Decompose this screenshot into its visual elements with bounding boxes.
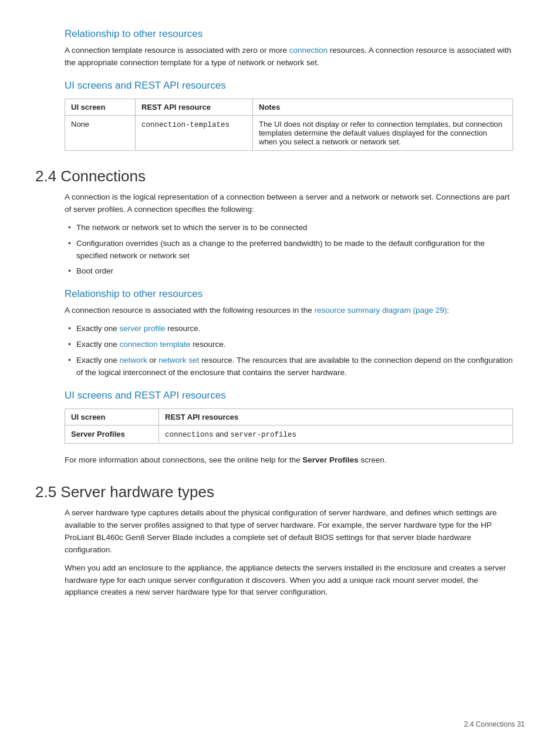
resource-summary-link[interactable]: resource summary diagram (page 29) — [314, 306, 447, 315]
section-25-para1: A server hardware type captures details … — [65, 507, 513, 556]
list-item: Configuration overrides (such as a chang… — [65, 238, 513, 262]
section-24-intro: A connection is the logical representati… — [65, 191, 513, 216]
table2-col1-header: UI screen — [65, 409, 159, 425]
list-item: Boot order — [65, 265, 513, 278]
section-25-para2: When you add an enclosure to the applian… — [65, 562, 513, 599]
table1-row1-col2-mono: connection-templates — [141, 121, 230, 129]
server-profile-link[interactable]: server profile — [120, 324, 166, 333]
ui-rest-table-2: UI screen REST API resources Server Prof… — [65, 409, 513, 444]
table-row: Server Profiles connections and server-p… — [65, 425, 513, 443]
table2-row1-mono2: server-profiles — [230, 431, 296, 439]
section-25-heading: 2.5 Server hardware types — [35, 483, 525, 501]
list-item: Exactly one network or network set resou… — [65, 355, 513, 379]
section-24: 2.4 Connections — [35, 167, 525, 185]
table1-row1-col3: The UI does not display or refer to conn… — [253, 115, 513, 150]
section-ui2-heading: UI screens and REST API resources — [65, 390, 513, 401]
rel2-bullet3-pre: Exactly one — [76, 356, 120, 364]
rel2-bullet3-mid: or — [147, 356, 159, 364]
section-rel2-para-post: : — [447, 306, 449, 315]
rel2-bullet2-pre: Exactly one — [76, 340, 120, 349]
section-25: 2.5 Server hardware types — [35, 483, 525, 501]
section-rel1-heading: Relationship to other resources — [65, 28, 513, 40]
table-row: None connection-templates The UI does no… — [65, 115, 513, 150]
section-24-heading: 2.4 Connections — [35, 167, 525, 185]
table2-row1-mid: and — [214, 430, 231, 438]
table2-row1-col1: Server Profiles — [65, 425, 159, 443]
table1-row1-col2: connection-templates — [136, 115, 253, 150]
table2-row1-mono1: connections — [165, 431, 214, 439]
table2-col2-header: REST API resources — [159, 409, 513, 425]
table1-col1-header: UI screen — [65, 99, 136, 115]
ui2-footer-bold: Server Profiles — [302, 455, 358, 464]
table1-col3-header: Notes — [253, 99, 513, 115]
section-rel1-para: A connection template resource is associ… — [65, 45, 513, 69]
section-ui1-heading: UI screens and REST API resources — [65, 80, 513, 92]
list-item: The network or network set to which the … — [65, 222, 513, 234]
network-link[interactable]: network — [120, 356, 147, 364]
section-rel2-para-pre: A connection resource is associated with… — [65, 306, 314, 315]
rel2-bullet1-pre: Exactly one — [76, 324, 120, 333]
ui-rest-table-1: UI screen REST API resource Notes None c… — [65, 99, 513, 151]
connection-link-1[interactable]: connection — [289, 46, 328, 55]
section-rel2-heading: Relationship to other resources — [65, 288, 513, 300]
list-item: Exactly one connection template resource… — [65, 339, 513, 351]
network-set-link[interactable]: network set — [158, 356, 199, 364]
ui2-footer-pre: For more information about connections, … — [65, 455, 302, 464]
page-footer: 2.4 Connections 31 — [464, 720, 525, 728]
section-rel2-para: A connection resource is associated with… — [65, 305, 513, 317]
table2-row1-col2: connections and server-profiles — [159, 425, 513, 443]
rel2-bullet2-post: resource. — [190, 340, 225, 349]
ui2-footer-post: screen. — [359, 455, 387, 464]
table1-row1-col1: None — [65, 115, 136, 150]
section-rel1-para-text1: A connection template resource is associ… — [65, 46, 289, 55]
rel2-bullet1-post: resource. — [166, 324, 201, 333]
section-rel2-bullets: Exactly one server profile resource. Exa… — [65, 323, 513, 379]
list-item: Exactly one server profile resource. — [65, 323, 513, 335]
section-24-bullets: The network or network set to which the … — [65, 222, 513, 278]
connection-template-link[interactable]: connection template — [120, 340, 191, 349]
section-ui2-footer: For more information about connections, … — [65, 454, 513, 467]
table1-col2-header: REST API resource — [136, 99, 253, 115]
